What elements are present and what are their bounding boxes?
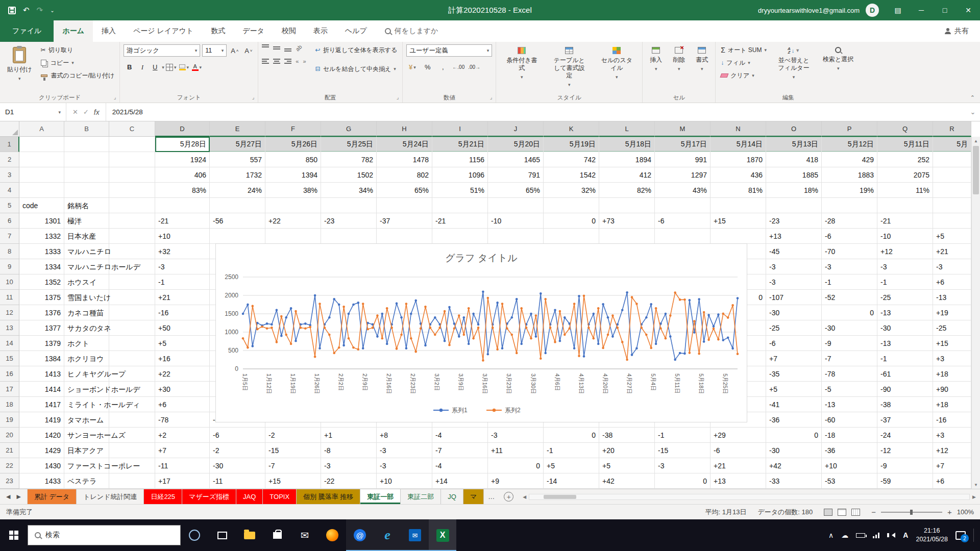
percent-style-button[interactable]: % bbox=[422, 61, 433, 73]
cell-R23[interactable]: +6 bbox=[933, 473, 971, 489]
cell-O5[interactable] bbox=[766, 198, 822, 213]
redo-icon[interactable]: ↷ bbox=[37, 6, 43, 15]
cell-E23[interactable]: -11 bbox=[210, 473, 265, 489]
cell-G4[interactable]: 34% bbox=[321, 183, 377, 198]
col-header-L[interactable]: L bbox=[599, 121, 655, 137]
cell-K1[interactable]: 5月19日 bbox=[544, 137, 599, 152]
cell-R15[interactable]: +3 bbox=[933, 351, 971, 366]
normal-view-icon[interactable] bbox=[824, 509, 832, 516]
cell-A6[interactable]: 1301 bbox=[19, 213, 64, 229]
ribbon-tab-0[interactable]: ホーム bbox=[54, 20, 93, 42]
sheet-nav-right-icon[interactable]: ▶ bbox=[16, 493, 20, 500]
decrease-decimal-button[interactable]: .00→ bbox=[468, 61, 480, 73]
cell-Q22[interactable]: -9 bbox=[877, 458, 933, 473]
cell-G7[interactable] bbox=[321, 229, 377, 244]
cell-B14[interactable]: ホクト bbox=[64, 336, 109, 351]
font-color-button[interactable]: A▾ bbox=[191, 61, 203, 73]
ribbon-tab-7[interactable]: ヘルプ bbox=[336, 20, 376, 42]
cancel-entry-icon[interactable]: ✕ bbox=[72, 108, 78, 116]
cell-O12[interactable]: -30 bbox=[766, 305, 822, 320]
page-layout-view-icon[interactable] bbox=[838, 509, 846, 516]
borders-button[interactable]: ▾ bbox=[165, 61, 177, 73]
cell-B9[interactable]: マルハニチロホールデ bbox=[64, 259, 109, 274]
cell-G22[interactable]: -3 bbox=[321, 458, 377, 473]
cell-J22[interactable]: 0 bbox=[488, 458, 544, 473]
cortana-button[interactable] bbox=[181, 519, 208, 551]
align-right-icon[interactable] bbox=[284, 59, 291, 64]
cell-O21[interactable]: -30 bbox=[766, 443, 822, 458]
fill-color-button[interactable]: ▾ bbox=[178, 61, 190, 73]
cell-Q9[interactable]: -3 bbox=[877, 259, 933, 274]
cell-O23[interactable]: -33 bbox=[766, 473, 822, 489]
confirm-entry-icon[interactable]: ✓ bbox=[83, 108, 89, 116]
col-header-I[interactable]: I bbox=[432, 121, 488, 137]
cell-K22[interactable]: +5 bbox=[544, 458, 599, 473]
cell-P6[interactable]: -28 bbox=[822, 213, 877, 229]
cell-A11[interactable]: 1375 bbox=[19, 290, 64, 305]
merge-center-button[interactable]: ⊟セルを結合して中央揃え▾ bbox=[314, 63, 399, 74]
cell-M22[interactable]: -3 bbox=[655, 458, 710, 473]
col-header-B[interactable]: B bbox=[64, 121, 109, 137]
cell-O17[interactable]: +5 bbox=[766, 382, 822, 397]
ribbon-tab-5[interactable]: 校閲 bbox=[273, 20, 305, 42]
col-header-O[interactable]: O bbox=[766, 121, 822, 137]
cell-B5[interactable]: 銘柄名 bbox=[64, 198, 109, 213]
cell-K23[interactable]: -14 bbox=[544, 473, 599, 489]
cell-E20[interactable]: -6 bbox=[210, 428, 265, 443]
cell-F6[interactable]: +22 bbox=[265, 213, 321, 229]
ime-mode-indicator[interactable]: A bbox=[903, 531, 908, 539]
insert-function-icon[interactable]: fx bbox=[94, 108, 100, 116]
page-break-view-icon[interactable] bbox=[851, 509, 860, 516]
cell-J5[interactable] bbox=[488, 198, 544, 213]
cell-K4[interactable]: 32% bbox=[544, 183, 599, 198]
cell-H1[interactable]: 5月24日 bbox=[377, 137, 432, 152]
cell-M20[interactable]: -1 bbox=[655, 428, 710, 443]
cell-R21[interactable]: +12 bbox=[933, 443, 971, 458]
horizontal-scrollbar[interactable]: ◀ ▶ bbox=[519, 489, 980, 504]
cell-F21[interactable]: -15 bbox=[265, 443, 321, 458]
underline-dropdown-icon[interactable]: ▾ bbox=[162, 65, 164, 70]
cell-R22[interactable]: +7 bbox=[933, 458, 971, 473]
cell-A23[interactable]: 1433 bbox=[19, 473, 64, 489]
outlook-button[interactable]: ✉ bbox=[401, 519, 429, 551]
cell-R1[interactable]: 5月 bbox=[933, 137, 971, 152]
collapse-ribbon-icon[interactable]: ⌃ bbox=[970, 94, 975, 101]
cell-D6[interactable]: -21 bbox=[155, 213, 210, 229]
cell-K21[interactable]: -1 bbox=[544, 443, 599, 458]
row-header-2[interactable]: 2 bbox=[0, 152, 19, 167]
cell-N2[interactable]: 1870 bbox=[710, 152, 766, 167]
people-app-button[interactable]: @ bbox=[346, 519, 374, 551]
cell-Q20[interactable]: -24 bbox=[877, 428, 933, 443]
col-header-H[interactable]: H bbox=[377, 121, 432, 137]
decrease-font-button[interactable]: A˅ bbox=[242, 45, 254, 57]
cell-R8[interactable]: +21 bbox=[933, 244, 971, 259]
col-header-E[interactable]: E bbox=[210, 121, 265, 137]
cell-O8[interactable]: -45 bbox=[766, 244, 822, 259]
cell-R13[interactable]: -25 bbox=[933, 320, 971, 336]
cell-C4[interactable] bbox=[109, 183, 155, 198]
cell-P17[interactable]: -5 bbox=[822, 382, 877, 397]
avatar[interactable]: D bbox=[866, 4, 879, 17]
cell-F20[interactable]: -2 bbox=[265, 428, 321, 443]
cell-F5[interactable] bbox=[265, 198, 321, 213]
sheet-tab-0[interactable]: 累計 データ bbox=[28, 489, 77, 504]
cell-P19[interactable]: -60 bbox=[822, 412, 877, 428]
cell-M6[interactable]: -6 bbox=[655, 213, 710, 229]
cell-O2[interactable]: 418 bbox=[766, 152, 822, 167]
cell-P9[interactable]: -3 bbox=[822, 259, 877, 274]
cell-I3[interactable]: 1096 bbox=[432, 167, 488, 183]
hscroll-left-icon[interactable]: ◀ bbox=[523, 494, 526, 499]
row-header-16[interactable]: 16 bbox=[0, 366, 19, 382]
cell-C1[interactable] bbox=[109, 137, 155, 152]
col-header-Q[interactable]: Q bbox=[877, 121, 933, 137]
row-header-20[interactable]: 20 bbox=[0, 428, 19, 443]
cell-B10[interactable]: ホウスイ bbox=[64, 274, 109, 290]
cell-M7[interactable] bbox=[655, 229, 710, 244]
dialog-launcher-icon[interactable]: ⌟ bbox=[252, 94, 255, 100]
row-header-22[interactable]: 22 bbox=[0, 458, 19, 473]
cell-D1[interactable]: 5月28日 bbox=[155, 137, 210, 152]
new-sheet-button[interactable]: ＋ bbox=[504, 492, 513, 502]
row-header-4[interactable]: 4 bbox=[0, 183, 19, 198]
row-header-19[interactable]: 19 bbox=[0, 412, 19, 428]
cell-I7[interactable] bbox=[432, 229, 488, 244]
